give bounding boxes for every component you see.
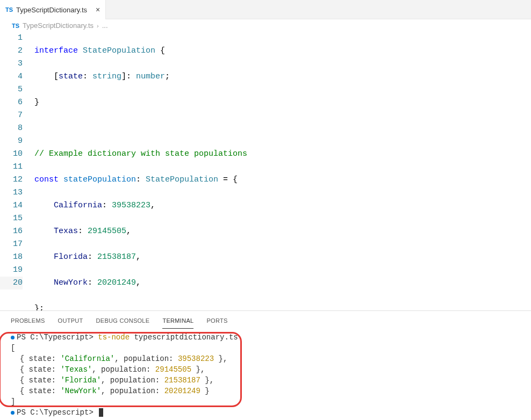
line-number: 6 — [0, 96, 23, 109]
line-number: 16 — [0, 225, 23, 238]
breadcrumb-file: TypeScriptDictionary.ts — [23, 21, 94, 30]
line-number: 20 — [0, 277, 23, 289]
line-number: 14 — [0, 199, 23, 212]
status-dot-icon — [11, 411, 15, 415]
code-content[interactable]: interface StatePopulation { [state: stri… — [34, 32, 531, 310]
line-number: 11 — [0, 161, 23, 173]
editor[interactable]: 1 2 3 4 5 6 7 8 9 10 11 12 13 14 15 16 1… — [0, 31, 531, 310]
line-number: 5 — [0, 83, 23, 96]
line-number: 17 — [0, 238, 23, 251]
chevron-right-icon: › — [97, 23, 99, 29]
tab-active[interactable]: TS TypeScriptDictionary.ts × — [0, 0, 106, 19]
panel: PROBLEMS OUTPUT DEBUG CONSOLE TERMINAL P… — [0, 310, 531, 420]
terminal-line: PS C:\Typescript> — [11, 407, 520, 418]
panel-tabs: PROBLEMS OUTPUT DEBUG CONSOLE TERMINAL P… — [0, 311, 531, 329]
terminal[interactable]: PS C:\Typescript> ts-node typescriptdict… — [0, 329, 531, 420]
terminal-line: { state: 'California', population: 39538… — [11, 353, 520, 364]
line-number: 13 — [0, 186, 23, 199]
terminal-line: { state: 'Texas', population: 29145505 }… — [11, 364, 520, 375]
tab-problems[interactable]: PROBLEMS — [11, 315, 45, 329]
terminal-line: [ — [11, 343, 520, 353]
line-number: 2 — [0, 45, 23, 57]
cursor-icon — [99, 408, 103, 417]
tab-filename: TypeScriptDictionary.ts — [16, 6, 87, 14]
line-gutter: 1 2 3 4 5 6 7 8 9 10 11 12 13 14 15 16 1… — [0, 32, 34, 310]
terminal-line: { state: 'NewYork', population: 20201249… — [11, 386, 520, 396]
line-number: 19 — [0, 264, 23, 277]
ts-icon: TS — [12, 23, 19, 29]
breadcrumb-more: ... — [102, 21, 108, 30]
status-dot-icon — [11, 336, 15, 339]
line-number: 8 — [0, 122, 23, 135]
line-number: 7 — [0, 109, 23, 122]
line-number: 18 — [0, 251, 23, 264]
close-icon[interactable]: × — [96, 5, 100, 14]
line-number: 3 — [0, 57, 23, 70]
line-number: 10 — [0, 148, 23, 161]
tab-bar: TS TypeScriptDictionary.ts × — [0, 0, 531, 19]
line-number: 15 — [0, 212, 23, 225]
terminal-line: PS C:\Typescript> ts-node typescriptdict… — [11, 332, 520, 343]
line-number: 1 — [0, 32, 23, 45]
ts-icon: TS — [5, 6, 13, 13]
line-number: 4 — [0, 70, 23, 83]
line-number: 12 — [0, 173, 23, 186]
breadcrumb[interactable]: TS TypeScriptDictionary.ts › ... — [0, 19, 531, 31]
tab-debug-console[interactable]: DEBUG CONSOLE — [96, 315, 150, 329]
terminal-line: ] — [11, 396, 520, 407]
terminal-line: { state: 'Florida', population: 21538187… — [11, 375, 520, 386]
tab-ports[interactable]: PORTS — [206, 315, 227, 329]
line-number: 9 — [0, 135, 23, 148]
tab-terminal[interactable]: TERMINAL — [162, 315, 193, 329]
tab-output[interactable]: OUTPUT — [58, 315, 83, 329]
